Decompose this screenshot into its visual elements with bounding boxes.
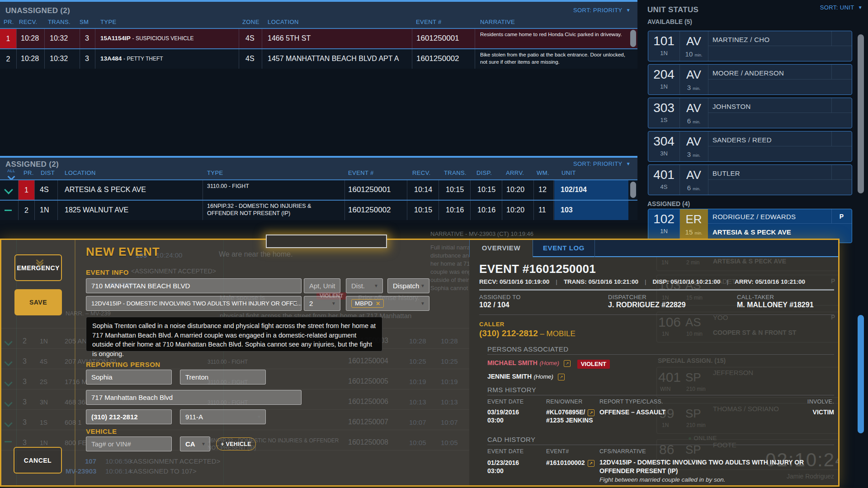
apt-unit-input[interactable]: Apt, Unit: [304, 278, 340, 293]
col-dist[interactable]: DIST: [41, 169, 55, 176]
unit-status-sort-control[interactable]: SORT: UNIT ▼: [791, 4, 863, 11]
agency-tag[interactable]: MBPD ✕: [351, 299, 384, 308]
phone-input[interactable]: (310) 212-2812: [86, 409, 172, 424]
remove-tag-icon[interactable]: ✕: [376, 300, 380, 307]
ghost-message: <ASSIGNMENT ACCEPTED>: [129, 457, 220, 465]
district-placeholder: Dist.: [351, 282, 365, 290]
first-name-input[interactable]: Sophia: [86, 370, 172, 385]
cell-recv: 10:28: [21, 55, 39, 63]
col-event[interactable]: EVENT #: [416, 19, 442, 25]
add-vehicle-button[interactable]: + VEHICLE: [216, 437, 256, 450]
vehicle-label: VEHICLE: [86, 427, 117, 435]
chevron-down-icon: ▼: [292, 301, 297, 306]
line-type-value: 911-A: [185, 413, 203, 421]
dispatch-select[interactable]: Dispatch ▼: [387, 278, 429, 293]
col-unit[interactable]: UNIT: [561, 169, 576, 176]
unit-card-303[interactable]: 303 1S AV 6 min. JOHNSTON: [648, 98, 852, 128]
unit-officers: MOORE / ANDERSON: [712, 69, 784, 77]
external-link-icon[interactable]: ↗: [588, 460, 594, 467]
col-zone[interactable]: ZONE: [242, 19, 259, 25]
col-type[interactable]: TYPE: [207, 169, 223, 176]
unassigned-sort-control[interactable]: SORT: PRIORITY ▼: [561, 7, 631, 14]
cell-arrv: 10:20: [506, 206, 524, 214]
event-info-label: EVENT INFO: [86, 268, 129, 276]
col-wm[interactable]: WM.: [537, 169, 549, 176]
unit-district: 1N: [648, 50, 679, 56]
ghost-narrative-line: outside of their: [430, 277, 469, 283]
assigned-to-label: ASSIGNED TO: [479, 294, 521, 300]
col-trans[interactable]: TRANS.: [48, 19, 71, 25]
unit-officers: MARTINEZ / CHO: [712, 36, 769, 43]
expand-chevron-icon[interactable]: [4, 185, 13, 194]
address-input[interactable]: 710 MANHATTAN BEACH BLVD: [86, 278, 302, 293]
rp-address-input[interactable]: 717 Manhattan Beach Blvd: [86, 390, 302, 405]
unit-card-401[interactable]: 401 4S AV 6 min. BUTLER: [648, 164, 852, 195]
agency-multiselect[interactable]: MBPD ✕ ▼: [346, 296, 429, 311]
external-link-icon[interactable]: ↗: [564, 360, 571, 367]
col-pr[interactable]: PR.: [4, 19, 14, 25]
line-type-select[interactable]: 911-A ▼: [180, 409, 266, 424]
highlighted-field-box[interactable]: [266, 235, 387, 248]
save-button[interactable]: SAVE: [14, 289, 62, 315]
event-type-select[interactable]: 12DV415IP - DOMESTIC INVOLVING TWO ADULT…: [86, 296, 302, 311]
external-link-icon[interactable]: ↗: [588, 409, 594, 416]
col-recv[interactable]: RECV.: [412, 169, 431, 176]
assigned-row-1[interactable]: 1 4S ARTESIA & S PECK AVE 3110.00 - FIGH…: [0, 180, 637, 200]
unit-card-102[interactable]: 102 1N ER 15 min. RODRIGUEZ / EDWARDS P …: [648, 209, 852, 243]
cancel-button[interactable]: CANCEL: [14, 447, 62, 474]
assigned-scrollbar[interactable]: [630, 182, 636, 198]
tab-overview-label: OVERVIEW: [482, 244, 520, 252]
unit-card-101[interactable]: 101 1N AV 10 min. MARTINEZ / CHO: [648, 31, 852, 61]
col-pr[interactable]: PR.: [24, 169, 34, 176]
unassigned-row-1[interactable]: 1 10:28 10:32 3 15A1154IP - SUSPICIOUS V…: [0, 29, 637, 48]
col-sm[interactable]: SM: [80, 19, 89, 25]
assigned-row-2[interactable]: 2 1N 1825 WALNUT AVE 16NPIP.32 - DOMESTI…: [0, 201, 637, 220]
ghost-unit-detail: 1N: [661, 259, 668, 266]
vehicle-state-select[interactable]: CA ▼: [180, 436, 210, 451]
assigned-to-value: 102 / 104: [479, 301, 509, 309]
unit-timer-unit: min.: [694, 53, 702, 57]
col-event[interactable]: EVENT #: [348, 169, 374, 176]
ghost-unit-status: AS: [685, 315, 701, 329]
unassigned-row-2[interactable]: 2 10:28 10:32 3 13A484 - PETTY THEFT 4S …: [0, 49, 637, 69]
tab-event-log[interactable]: EVENT LOG: [533, 239, 595, 257]
priority-select[interactable]: 2 ▼: [304, 296, 340, 311]
unassigned-scrollbar[interactable]: [630, 30, 636, 47]
emergency-button[interactable]: EMERGENCY: [14, 254, 62, 281]
person-row-1[interactable]: MICHAEL SMITH (Home) ↗ VIOLENT: [487, 359, 610, 369]
address-value: 710 MANHATTAN BEACH BLVD: [91, 282, 190, 290]
col-trans[interactable]: TRANS.: [444, 169, 467, 176]
col-recv[interactable]: RECV.: [19, 19, 38, 25]
ghost-message: <ASSIGNED TO 107>: [129, 467, 197, 475]
cell-unit: 103: [561, 206, 573, 214]
col-type[interactable]: TYPE: [100, 19, 117, 25]
unit-status-scrollbar[interactable]: [858, 34, 864, 193]
person-row-2[interactable]: JENNIE SMITH (Home) ↗: [487, 372, 565, 380]
unit-card-304[interactable]: 304 3N AV 3 min. SANDERS / REED: [648, 131, 852, 162]
col-narrative[interactable]: NARRATIVE: [480, 19, 515, 25]
tab-overview[interactable]: OVERVIEW: [469, 239, 533, 257]
unassigned-panel-header: UNASSIGNED (2) SORT: PRIORITY ▼ PR. RECV…: [0, 2, 637, 28]
rms-involve: VICTIM: [741, 408, 834, 416]
col-location[interactable]: LOCATION: [268, 19, 299, 25]
cad-event-number: #1610100002↗: [546, 459, 594, 467]
unit-timer-unit: min.: [693, 86, 700, 91]
cell-narrative: Residents came home to red Honda Civic p…: [480, 31, 626, 38]
collapse-dash-icon[interactable]: [5, 210, 12, 211]
priority-value: 2: [309, 300, 313, 307]
vehicle-tag-input[interactable]: Tag# or VIN#: [86, 436, 172, 451]
col-arrv[interactable]: ARRV.: [506, 169, 524, 176]
district-select[interactable]: Dist. ▼: [346, 278, 383, 293]
col-disp[interactable]: DISP.: [476, 169, 492, 176]
col-location[interactable]: LOCATION: [65, 169, 96, 176]
unit-card-204[interactable]: 204 1N AV 3 min. MOORE / ANDERSON: [648, 64, 852, 95]
apt-unit-placeholder: Apt, Unit: [309, 282, 335, 290]
narrative-textarea[interactable]: Sophia Trenton called in a noise disturb…: [86, 317, 382, 352]
detail-scrollbar[interactable]: [858, 315, 864, 433]
cancel-button-label: CANCEL: [24, 457, 52, 464]
last-name-input[interactable]: Trenton: [180, 370, 266, 385]
tab-event-log-label: EVENT LOG: [543, 244, 585, 252]
assigned-sort-control[interactable]: SORT: PRIORITY ▼: [561, 160, 631, 167]
cell-event-number: 1601250001: [348, 185, 391, 194]
external-link-icon[interactable]: ↗: [558, 374, 565, 380]
